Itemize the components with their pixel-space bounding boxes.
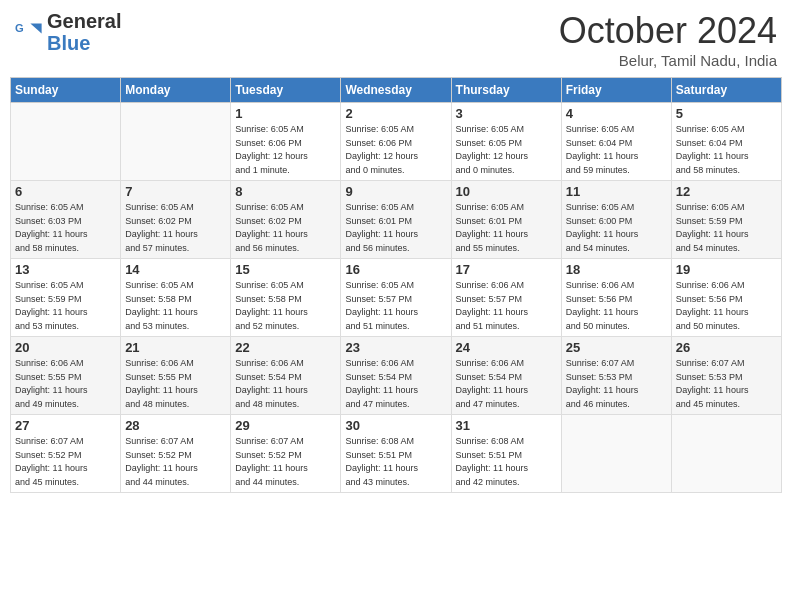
calendar-cell: 25Sunrise: 6:07 AMSunset: 5:53 PMDayligh… xyxy=(561,337,671,415)
calendar-cell: 27Sunrise: 6:07 AMSunset: 5:52 PMDayligh… xyxy=(11,415,121,493)
day-number: 11 xyxy=(566,184,667,199)
day-info: Sunrise: 6:06 AMSunset: 5:56 PMDaylight:… xyxy=(676,279,777,333)
calendar-cell xyxy=(561,415,671,493)
day-info: Sunrise: 6:05 AMSunset: 6:01 PMDaylight:… xyxy=(456,201,557,255)
calendar-cell: 28Sunrise: 6:07 AMSunset: 5:52 PMDayligh… xyxy=(121,415,231,493)
day-info: Sunrise: 6:06 AMSunset: 5:56 PMDaylight:… xyxy=(566,279,667,333)
calendar-week-3: 13Sunrise: 6:05 AMSunset: 5:59 PMDayligh… xyxy=(11,259,782,337)
title-area: October 2024 Belur, Tamil Nadu, India xyxy=(559,10,777,69)
day-info: Sunrise: 6:07 AMSunset: 5:53 PMDaylight:… xyxy=(676,357,777,411)
calendar-cell: 31Sunrise: 6:08 AMSunset: 5:51 PMDayligh… xyxy=(451,415,561,493)
day-number: 21 xyxy=(125,340,226,355)
day-number: 2 xyxy=(345,106,446,121)
calendar-cell: 4Sunrise: 6:05 AMSunset: 6:04 PMDaylight… xyxy=(561,103,671,181)
calendar-week-5: 27Sunrise: 6:07 AMSunset: 5:52 PMDayligh… xyxy=(11,415,782,493)
day-number: 1 xyxy=(235,106,336,121)
calendar-cell: 3Sunrise: 6:05 AMSunset: 6:05 PMDaylight… xyxy=(451,103,561,181)
day-number: 14 xyxy=(125,262,226,277)
calendar-cell: 2Sunrise: 6:05 AMSunset: 6:06 PMDaylight… xyxy=(341,103,451,181)
calendar-cell xyxy=(11,103,121,181)
page-header: G General Blue October 2024 Belur, Tamil… xyxy=(10,10,782,69)
weekday-header-sunday: Sunday xyxy=(11,78,121,103)
day-info: Sunrise: 6:05 AMSunset: 5:59 PMDaylight:… xyxy=(15,279,116,333)
day-number: 30 xyxy=(345,418,446,433)
calendar-cell: 14Sunrise: 6:05 AMSunset: 5:58 PMDayligh… xyxy=(121,259,231,337)
day-info: Sunrise: 6:05 AMSunset: 5:59 PMDaylight:… xyxy=(676,201,777,255)
day-number: 9 xyxy=(345,184,446,199)
calendar-week-2: 6Sunrise: 6:05 AMSunset: 6:03 PMDaylight… xyxy=(11,181,782,259)
day-number: 15 xyxy=(235,262,336,277)
day-info: Sunrise: 6:05 AMSunset: 6:03 PMDaylight:… xyxy=(15,201,116,255)
day-number: 23 xyxy=(345,340,446,355)
day-number: 3 xyxy=(456,106,557,121)
calendar-cell xyxy=(671,415,781,493)
logo-icon: G xyxy=(15,18,43,46)
day-number: 8 xyxy=(235,184,336,199)
day-number: 28 xyxy=(125,418,226,433)
day-number: 7 xyxy=(125,184,226,199)
day-info: Sunrise: 6:08 AMSunset: 5:51 PMDaylight:… xyxy=(456,435,557,489)
weekday-header-row: SundayMondayTuesdayWednesdayThursdayFrid… xyxy=(11,78,782,103)
calendar-cell: 13Sunrise: 6:05 AMSunset: 5:59 PMDayligh… xyxy=(11,259,121,337)
calendar-week-4: 20Sunrise: 6:06 AMSunset: 5:55 PMDayligh… xyxy=(11,337,782,415)
calendar-cell: 12Sunrise: 6:05 AMSunset: 5:59 PMDayligh… xyxy=(671,181,781,259)
day-info: Sunrise: 6:05 AMSunset: 6:06 PMDaylight:… xyxy=(345,123,446,177)
day-info: Sunrise: 6:06 AMSunset: 5:55 PMDaylight:… xyxy=(125,357,226,411)
day-info: Sunrise: 6:07 AMSunset: 5:53 PMDaylight:… xyxy=(566,357,667,411)
calendar-cell: 10Sunrise: 6:05 AMSunset: 6:01 PMDayligh… xyxy=(451,181,561,259)
day-info: Sunrise: 6:08 AMSunset: 5:51 PMDaylight:… xyxy=(345,435,446,489)
day-info: Sunrise: 6:07 AMSunset: 5:52 PMDaylight:… xyxy=(125,435,226,489)
day-number: 22 xyxy=(235,340,336,355)
calendar-cell: 1Sunrise: 6:05 AMSunset: 6:06 PMDaylight… xyxy=(231,103,341,181)
calendar-cell: 29Sunrise: 6:07 AMSunset: 5:52 PMDayligh… xyxy=(231,415,341,493)
day-info: Sunrise: 6:05 AMSunset: 6:01 PMDaylight:… xyxy=(345,201,446,255)
weekday-header-tuesday: Tuesday xyxy=(231,78,341,103)
calendar-cell: 8Sunrise: 6:05 AMSunset: 6:02 PMDaylight… xyxy=(231,181,341,259)
day-number: 25 xyxy=(566,340,667,355)
calendar-cell: 22Sunrise: 6:06 AMSunset: 5:54 PMDayligh… xyxy=(231,337,341,415)
weekday-header-saturday: Saturday xyxy=(671,78,781,103)
day-number: 19 xyxy=(676,262,777,277)
day-info: Sunrise: 6:06 AMSunset: 5:54 PMDaylight:… xyxy=(235,357,336,411)
day-info: Sunrise: 6:05 AMSunset: 5:58 PMDaylight:… xyxy=(235,279,336,333)
day-number: 18 xyxy=(566,262,667,277)
day-info: Sunrise: 6:05 AMSunset: 6:05 PMDaylight:… xyxy=(456,123,557,177)
logo: G General Blue xyxy=(15,10,121,54)
day-number: 4 xyxy=(566,106,667,121)
calendar-cell: 20Sunrise: 6:06 AMSunset: 5:55 PMDayligh… xyxy=(11,337,121,415)
day-info: Sunrise: 6:06 AMSunset: 5:54 PMDaylight:… xyxy=(456,357,557,411)
day-info: Sunrise: 6:05 AMSunset: 6:00 PMDaylight:… xyxy=(566,201,667,255)
calendar-cell: 15Sunrise: 6:05 AMSunset: 5:58 PMDayligh… xyxy=(231,259,341,337)
calendar-cell: 11Sunrise: 6:05 AMSunset: 6:00 PMDayligh… xyxy=(561,181,671,259)
day-number: 13 xyxy=(15,262,116,277)
day-info: Sunrise: 6:06 AMSunset: 5:55 PMDaylight:… xyxy=(15,357,116,411)
day-info: Sunrise: 6:07 AMSunset: 5:52 PMDaylight:… xyxy=(235,435,336,489)
day-info: Sunrise: 6:05 AMSunset: 6:04 PMDaylight:… xyxy=(676,123,777,177)
calendar-cell: 19Sunrise: 6:06 AMSunset: 5:56 PMDayligh… xyxy=(671,259,781,337)
day-number: 20 xyxy=(15,340,116,355)
day-info: Sunrise: 6:05 AMSunset: 6:06 PMDaylight:… xyxy=(235,123,336,177)
day-number: 31 xyxy=(456,418,557,433)
day-info: Sunrise: 6:07 AMSunset: 5:52 PMDaylight:… xyxy=(15,435,116,489)
calendar-cell: 24Sunrise: 6:06 AMSunset: 5:54 PMDayligh… xyxy=(451,337,561,415)
svg-marker-1 xyxy=(30,24,41,34)
day-number: 16 xyxy=(345,262,446,277)
day-info: Sunrise: 6:05 AMSunset: 6:02 PMDaylight:… xyxy=(125,201,226,255)
day-number: 12 xyxy=(676,184,777,199)
day-info: Sunrise: 6:06 AMSunset: 5:54 PMDaylight:… xyxy=(345,357,446,411)
calendar-cell: 23Sunrise: 6:06 AMSunset: 5:54 PMDayligh… xyxy=(341,337,451,415)
calendar-cell: 16Sunrise: 6:05 AMSunset: 5:57 PMDayligh… xyxy=(341,259,451,337)
day-info: Sunrise: 6:05 AMSunset: 6:04 PMDaylight:… xyxy=(566,123,667,177)
calendar-cell: 9Sunrise: 6:05 AMSunset: 6:01 PMDaylight… xyxy=(341,181,451,259)
calendar-cell: 18Sunrise: 6:06 AMSunset: 5:56 PMDayligh… xyxy=(561,259,671,337)
weekday-header-monday: Monday xyxy=(121,78,231,103)
location-subtitle: Belur, Tamil Nadu, India xyxy=(559,52,777,69)
day-number: 27 xyxy=(15,418,116,433)
calendar-table: SundayMondayTuesdayWednesdayThursdayFrid… xyxy=(10,77,782,493)
day-number: 17 xyxy=(456,262,557,277)
calendar-cell: 30Sunrise: 6:08 AMSunset: 5:51 PMDayligh… xyxy=(341,415,451,493)
calendar-cell xyxy=(121,103,231,181)
calendar-cell: 17Sunrise: 6:06 AMSunset: 5:57 PMDayligh… xyxy=(451,259,561,337)
day-info: Sunrise: 6:05 AMSunset: 5:58 PMDaylight:… xyxy=(125,279,226,333)
month-title: October 2024 xyxy=(559,10,777,52)
